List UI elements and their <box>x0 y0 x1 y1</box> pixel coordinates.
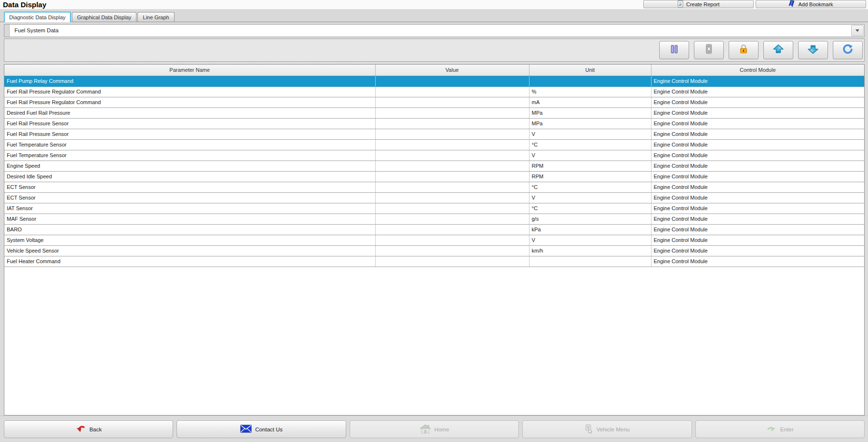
table-row[interactable]: Fuel Rail Pressure Regulator Command % E… <box>4 86 864 97</box>
arrow-up-icon <box>772 43 785 57</box>
toggle-switch-button[interactable] <box>694 41 724 59</box>
chevron-down-icon <box>855 29 859 32</box>
enter-label: Enter <box>780 427 794 432</box>
column-header-value: Value <box>375 65 529 76</box>
parameter-name-cell: Fuel Rail Pressure Regulator Command <box>4 86 375 97</box>
control-module-cell: Engine Control Module <box>651 256 864 267</box>
table-row[interactable]: Fuel Pump Relay Command Engine Control M… <box>4 76 864 86</box>
contact-us-button[interactable]: Contact Us <box>176 420 346 438</box>
back-label: Back <box>89 427 102 432</box>
add-bookmark-label: Add Bookmark <box>798 1 833 7</box>
control-module-cell: Engine Control Module <box>651 203 864 214</box>
data-group-selected-value: Fuel System Data <box>10 25 851 37</box>
value-cell <box>375 245 529 256</box>
parameter-name-cell: Fuel Temperature Sensor <box>4 150 375 161</box>
table-row[interactable]: Fuel Rail Pressure Sensor MPa Engine Con… <box>4 118 864 129</box>
unit-cell: V <box>529 192 651 203</box>
table-row[interactable]: Fuel Rail Pressure Sensor V Engine Contr… <box>4 129 864 139</box>
tab-line-graph[interactable]: Line Graph <box>137 12 174 22</box>
page-title: Data Display <box>0 0 643 9</box>
combo-left-strip <box>4 25 10 37</box>
control-module-cell: Engine Control Module <box>651 214 864 224</box>
lock-button[interactable] <box>729 41 759 59</box>
data-group-combobox[interactable]: Fuel System Data <box>4 24 865 37</box>
bookmark-icon <box>788 0 795 8</box>
value-cell <box>375 161 529 171</box>
table-row[interactable]: IAT Sensor °C Engine Control Module <box>4 203 864 214</box>
table-row[interactable]: System Voltage V Engine Control Module <box>4 235 864 245</box>
mail-icon <box>240 425 252 434</box>
control-module-cell: Engine Control Module <box>651 182 864 192</box>
value-cell <box>375 86 529 97</box>
unit-cell <box>529 256 651 267</box>
parameter-name-cell: Engine Speed <box>4 161 375 171</box>
report-icon <box>678 0 683 8</box>
unit-cell: MPa <box>529 118 651 129</box>
value-cell <box>375 171 529 182</box>
control-module-cell: Engine Control Module <box>651 86 864 97</box>
vehicle-menu-button[interactable]: Vehicle Menu <box>522 420 692 438</box>
move-down-button[interactable] <box>798 41 828 59</box>
unit-cell: mA <box>529 97 651 107</box>
unit-cell: V <box>529 150 651 161</box>
control-module-cell: Engine Control Module <box>651 139 864 150</box>
control-module-cell: Engine Control Module <box>651 161 864 171</box>
parameter-name-cell: ECT Sensor <box>4 182 375 192</box>
value-cell <box>375 139 529 150</box>
value-cell <box>375 107 529 118</box>
tab-diagnostic-data-display[interactable]: Diagnostic Data Display <box>4 12 71 22</box>
column-header-parameter-name: Parameter Name <box>4 65 375 76</box>
back-button[interactable]: Back <box>4 420 173 438</box>
value-cell <box>375 150 529 161</box>
enter-button[interactable]: Enter <box>695 420 865 438</box>
table-row[interactable]: BARO kPa Engine Control Module <box>4 224 864 235</box>
column-header-unit: Unit <box>529 65 651 76</box>
toggle-switch-icon <box>704 43 714 57</box>
combo-dropdown-button[interactable] <box>851 25 864 36</box>
pause-button[interactable] <box>659 41 689 59</box>
control-module-cell: Engine Control Module <box>651 107 864 118</box>
table-row[interactable]: Desired Idle Speed RPM Engine Control Mo… <box>4 171 864 182</box>
value-cell <box>375 118 529 129</box>
parameter-name-cell: Fuel Pump Relay Command <box>4 76 375 86</box>
value-cell <box>375 203 529 214</box>
vehicle-menu-label: Vehicle Menu <box>597 427 630 432</box>
table-row[interactable]: Engine Speed RPM Engine Control Module <box>4 161 864 171</box>
parameter-table: Parameter Name Value Unit Control Module… <box>4 64 865 415</box>
create-report-button[interactable]: Create Report <box>643 0 754 8</box>
value-cell <box>375 76 529 86</box>
control-module-cell: Engine Control Module <box>651 192 864 203</box>
table-row[interactable]: Fuel Rail Pressure Regulator Command mA … <box>4 97 864 107</box>
table-row[interactable]: Fuel Temperature Sensor V Engine Control… <box>4 150 864 161</box>
column-header-control-module: Control Module <box>651 65 864 76</box>
table-row[interactable]: MAF Sensor g/s Engine Control Module <box>4 214 864 224</box>
table-row[interactable]: Fuel Heater Command Engine Control Modul… <box>4 256 864 267</box>
value-cell <box>375 129 529 139</box>
footer-nav: Back Contact Us Home <box>0 415 868 442</box>
table-row[interactable]: Desired Fuel Rail Pressure MPa Engine Co… <box>4 107 864 118</box>
home-label: Home <box>434 427 449 432</box>
toolbar-panel <box>4 39 865 62</box>
vehicle-menu-icon <box>584 424 593 435</box>
refresh-button[interactable] <box>833 41 863 59</box>
control-module-cell: Engine Control Module <box>651 76 864 86</box>
table-row[interactable]: ECT Sensor V Engine Control Module <box>4 192 864 203</box>
parameter-name-cell: MAF Sensor <box>4 214 375 224</box>
table-row[interactable]: ECT Sensor °C Engine Control Module <box>4 182 864 192</box>
table-row[interactable]: Vehicle Speed Sensor km/h Engine Control… <box>4 245 864 256</box>
unit-cell: V <box>529 235 651 245</box>
table-row[interactable]: Fuel Temperature Sensor °C Engine Contro… <box>4 139 864 150</box>
parameter-name-cell: System Voltage <box>4 235 375 245</box>
move-up-button[interactable] <box>763 41 793 59</box>
add-bookmark-button[interactable]: Add Bookmark <box>756 0 866 8</box>
unit-cell: V <box>529 129 651 139</box>
create-report-label: Create Report <box>686 1 719 7</box>
parameter-name-cell: Desired Idle Speed <box>4 171 375 182</box>
unit-cell: °C <box>529 182 651 192</box>
table-body: Fuel Pump Relay Command Engine Control M… <box>4 76 864 267</box>
tab-graphical-data-display[interactable]: Graphical Data Display <box>72 12 137 22</box>
table-header-row: Parameter Name Value Unit Control Module <box>4 65 864 76</box>
unit-cell: °C <box>529 139 651 150</box>
home-button[interactable]: Home <box>350 420 519 438</box>
tab-bar: Diagnostic Data Display Graphical Data D… <box>0 9 868 22</box>
